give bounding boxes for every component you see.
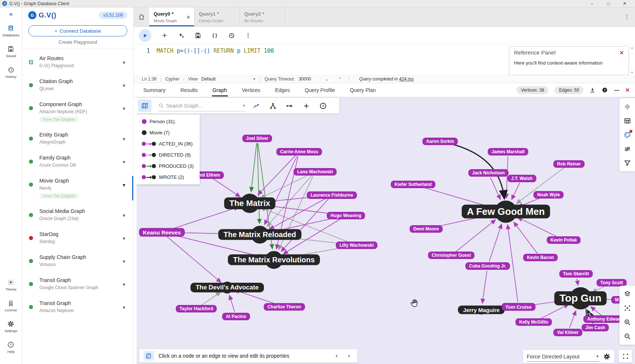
plus-tool-button[interactable] bbox=[302, 102, 310, 110]
graph-edge-acted_in[interactable] bbox=[282, 199, 329, 251]
window-minimize-button[interactable]: – bbox=[584, 1, 600, 6]
graph-edge-acted_in[interactable] bbox=[512, 183, 520, 199]
tabbar-menu-button[interactable]: ⋮ bbox=[619, 13, 635, 20]
database-item-air-routes[interactable]: Air RoutesG.V() Playground▼ bbox=[22, 50, 133, 73]
results-tab-query-profile[interactable]: Query Profile bbox=[304, 84, 336, 96]
graph-node-jcash[interactable]: Jim Cash bbox=[582, 324, 609, 331]
graph-node-hugo[interactable]: Hugo Weaving bbox=[327, 212, 365, 219]
sparkle-button[interactable] bbox=[178, 32, 185, 39]
graph-edge-acted_in[interactable] bbox=[212, 178, 240, 196]
query-code[interactable]: MATCH p=()-[]-() RETURN p LIMIT 100 bbox=[157, 47, 274, 54]
graph-edge-acted_in[interactable] bbox=[577, 279, 578, 285]
path-edit-tool-button[interactable] bbox=[252, 102, 260, 110]
palette-button[interactable] bbox=[623, 131, 631, 139]
graph-edge-acted_in[interactable] bbox=[489, 224, 501, 262]
graph-node-jack[interactable]: Jack Nicholson bbox=[468, 169, 508, 177]
graph-edge-directed[interactable] bbox=[261, 174, 311, 198]
results-tab-results[interactable]: Results bbox=[180, 84, 199, 96]
graph-node-kpollak[interactable]: Kevin Pollak bbox=[547, 236, 580, 244]
graph-edge-acted_in[interactable] bbox=[455, 220, 495, 252]
graph-node-charlize[interactable]: Charlize Theron bbox=[264, 303, 305, 311]
graph-node-lana[interactable]: Lana Wachowski bbox=[294, 168, 337, 176]
legend-item-movie[interactable]: Movie (7) bbox=[142, 130, 194, 135]
graph-edge-acted_in[interactable] bbox=[518, 217, 559, 238]
plus-button[interactable] bbox=[161, 32, 168, 39]
graph-edge-acted_in[interactable] bbox=[538, 305, 568, 320]
crosshair-button[interactable] bbox=[623, 103, 631, 111]
rail-item-license[interactable]: License bbox=[4, 299, 17, 312]
fullscreen-button[interactable] bbox=[619, 350, 632, 363]
graph-node-jtw[interactable]: J.T. Walsh bbox=[507, 175, 536, 182]
database-item-citation-graph[interactable]: Citation GraphQLever▼ bbox=[22, 73, 133, 96]
graph-edge-acted_in[interactable] bbox=[490, 177, 500, 199]
graph-node-rob[interactable]: Rob Reiner bbox=[553, 160, 585, 168]
graph-node-kbacon[interactable]: Kevin Bacon bbox=[523, 254, 558, 261]
results-tab-graph[interactable]: Graph bbox=[212, 84, 228, 96]
timeout-value[interactable]: 30000 bbox=[299, 76, 311, 82]
results-tab-summary[interactable]: Summary bbox=[143, 84, 166, 96]
graph-node-kelly[interactable]: Kelly McGillis bbox=[515, 318, 552, 326]
database-item-component-graph[interactable]: Component GraphAmazon Neptune (RDF)Free … bbox=[22, 96, 133, 127]
collapse-sidebar-button[interactable]: « bbox=[9, 10, 13, 18]
database-item-supply-chain-graph[interactable]: Supply Chain GraphVirtuoso▼ bbox=[22, 249, 133, 272]
chevron-down-icon[interactable]: ▼ bbox=[118, 277, 130, 287]
download-icon[interactable] bbox=[589, 87, 596, 93]
graph-node-demi[interactable]: Demi Moore bbox=[410, 225, 443, 233]
question-tool-button[interactable]: ? bbox=[319, 102, 327, 110]
rail-item-databases[interactable]: Databases bbox=[3, 24, 19, 37]
table-button[interactable] bbox=[623, 117, 631, 125]
query-tab-query0[interactable]: Query0 *Movie Graph✕ bbox=[149, 7, 194, 26]
graph-node-lilly[interactable]: Lilly Wachowski bbox=[336, 242, 377, 249]
close-results-icon[interactable]: ✕ bbox=[625, 87, 630, 94]
chevron-up-icon[interactable]: ⌃ bbox=[335, 77, 344, 82]
graph-node-cuba[interactable]: Cuba Gooding Jr. bbox=[465, 262, 510, 270]
query-tab-query2[interactable]: Query2 *Air Routes bbox=[240, 7, 285, 26]
graph-node-devils[interactable]: The Devil's Advocate bbox=[190, 283, 264, 292]
focus-button[interactable] bbox=[623, 304, 631, 312]
graph-node-jerry[interactable]: Jerry Maguire bbox=[458, 306, 505, 314]
editor-scrollbar[interactable]: ▲▼ bbox=[630, 46, 634, 74]
chevron-down-icon[interactable]: ▼ bbox=[118, 154, 130, 165]
window-close-button[interactable]: ✕ bbox=[616, 1, 633, 6]
play-button[interactable] bbox=[139, 29, 151, 42]
view-select[interactable]: Default bbox=[202, 76, 216, 82]
chevron-down-icon[interactable]: ▼ bbox=[118, 131, 130, 142]
graph-edge-acted_in[interactable] bbox=[258, 155, 296, 194]
graph-node-matrix[interactable]: The Matrix bbox=[224, 197, 275, 209]
graph-edge-directed[interactable] bbox=[200, 292, 220, 306]
database-item-transit-graph[interactable]: Transit GraphGoogle Cloud Spanner Graph▼ bbox=[22, 272, 133, 295]
database-item-transit-graph[interactable]: Transit GraphAmazon Neptune▼ bbox=[22, 295, 133, 318]
rail-item-saved[interactable]: Saved bbox=[3, 45, 19, 58]
database-item-family-graph[interactable]: Family GraphAzure Cosmos DB▼ bbox=[22, 150, 133, 173]
layout-settings-gear-icon[interactable] bbox=[603, 353, 611, 360]
legend-item-produced[interactable]: PRODUCED (3) bbox=[142, 163, 194, 169]
rail-item-help[interactable]: ?Help bbox=[4, 341, 17, 354]
chevron-left-icon[interactable]: ‹ bbox=[333, 352, 340, 359]
chevron-down-icon[interactable]: ▼ bbox=[118, 55, 130, 65]
minimize-panel-icon[interactable]: — bbox=[614, 87, 619, 93]
chevron-down-icon[interactable]: ▼ bbox=[118, 208, 130, 218]
graph-edge-acted_in[interactable] bbox=[482, 271, 487, 303]
zoom-out-button[interactable] bbox=[623, 332, 631, 340]
graph-node-tscott[interactable]: Tony Scott bbox=[596, 279, 626, 286]
graph-node-alp[interactable]: Al Pacino bbox=[222, 313, 250, 320]
sliders-button[interactable] bbox=[623, 145, 631, 153]
connect-database-button[interactable]: + Connect Database bbox=[28, 25, 127, 36]
help-circle-icon[interactable]: ? bbox=[602, 87, 608, 93]
chevron-down-icon[interactable]: ▼ bbox=[118, 78, 130, 88]
rail-item-history[interactable]: History bbox=[3, 66, 19, 79]
graph-node-keanu[interactable]: Keanu Reeves bbox=[139, 228, 185, 237]
graph-node-cguest[interactable]: Christopher Guest bbox=[428, 252, 474, 259]
reference-panel-close-icon[interactable]: ✕ bbox=[619, 50, 624, 56]
legend-item-acted_in[interactable]: ACTED_IN (36) bbox=[142, 141, 194, 147]
graph-edge-acted_in[interactable] bbox=[265, 156, 297, 224]
layout-select[interactable]: Force Directed Layout ▼ bbox=[527, 351, 599, 362]
chevron-down-icon[interactable]: ▼ bbox=[118, 177, 130, 188]
legend-item-person[interactable]: Person (31) bbox=[142, 119, 194, 124]
funnel-button[interactable] bbox=[623, 159, 631, 167]
graph-node-jamesm[interactable]: James Marshall bbox=[488, 148, 528, 155]
graph-node-joel[interactable]: Joel Silver bbox=[242, 135, 272, 142]
graph-edge-acted_in[interactable] bbox=[514, 223, 537, 254]
graph-node-val[interactable]: Val Kilmer bbox=[553, 329, 582, 336]
edge-tool-button[interactable] bbox=[286, 102, 294, 110]
